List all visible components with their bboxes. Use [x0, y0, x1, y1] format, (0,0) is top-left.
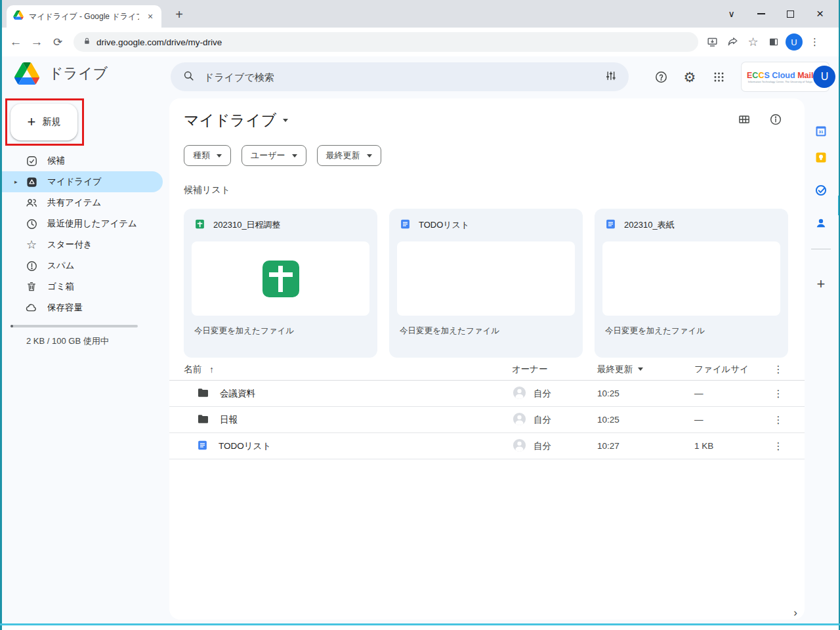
- window-minimize-button[interactable]: [746, 0, 776, 28]
- search-icon: [182, 70, 195, 85]
- add-apps-icon[interactable]: +: [810, 273, 832, 295]
- column-header-owner[interactable]: オーナー: [512, 364, 597, 375]
- screen-edge-left: [0, 0, 2, 630]
- url-text: drive.google.com/drive/my-drive: [96, 37, 222, 47]
- back-icon[interactable]: ←: [5, 32, 26, 52]
- browser-tab[interactable]: マイドライブ - Google ドライブ ×: [7, 5, 161, 28]
- sidebar-item-spam[interactable]: スパム: [0, 255, 163, 276]
- contacts-icon[interactable]: [810, 212, 832, 234]
- filter-chip-people[interactable]: ユーザー: [242, 145, 306, 166]
- clock-icon: [25, 217, 38, 230]
- sidebar-item-shared[interactable]: 共有アイテム: [0, 192, 163, 213]
- forward-icon[interactable]: →: [26, 32, 47, 52]
- sidebar-item-my-drive[interactable]: ▸ マイドライブ: [0, 171, 163, 192]
- new-button[interactable]: + 新規: [10, 104, 77, 140]
- tab-close-icon[interactable]: ×: [144, 10, 156, 22]
- column-header-modified[interactable]: 最終更新: [597, 364, 694, 375]
- plus-icon: +: [28, 115, 36, 129]
- column-header-size[interactable]: ファイルサイ: [694, 364, 764, 375]
- table-row[interactable]: 会議資料 自分 10:25 — ⋮: [169, 381, 805, 407]
- expander-icon[interactable]: ▸: [14, 178, 18, 185]
- row-menu-icon[interactable]: ⋮: [764, 414, 793, 426]
- row-menu-icon[interactable]: ⋮: [764, 440, 793, 452]
- filter-chip-type[interactable]: 種類: [184, 145, 231, 166]
- calendar-icon[interactable]: 31: [810, 120, 832, 142]
- search-options-icon[interactable]: [604, 70, 617, 85]
- reload-icon[interactable]: ⟳: [47, 32, 68, 52]
- share-icon[interactable]: [723, 32, 743, 52]
- tab-title: マイドライブ - Google ドライブ: [29, 11, 139, 22]
- storage-progress-fill: [10, 325, 13, 327]
- keep-icon[interactable]: [810, 146, 832, 169]
- sheets-logo: [262, 261, 299, 297]
- toolbar-actions: ☆ U ⋮: [702, 32, 825, 52]
- new-button-label: 新規: [42, 116, 60, 128]
- filter-chips: 種類 ユーザー 最終更新: [184, 145, 381, 166]
- file-thumbnail: [397, 242, 575, 316]
- table-row[interactable]: TODOリスト 自分 10:27 1 KB ⋮: [169, 433, 805, 459]
- apps-grid-icon[interactable]: [707, 66, 730, 88]
- suggested-card[interactable]: TODOリスト 今日変更を加えたファイル: [389, 209, 583, 358]
- drive-logo[interactable]: ドライブ: [14, 62, 108, 85]
- help-icon[interactable]: [650, 66, 672, 88]
- filter-chip-modified[interactable]: 最終更新: [317, 145, 381, 166]
- eccs-logo: ECCS Cloud Mail Information Technology C…: [747, 71, 813, 83]
- file-table: 名前 ↑ オーナー 最終更新 ファイルサイ ⋮: [169, 358, 805, 459]
- browser-menu-icon[interactable]: ⋮: [805, 32, 825, 52]
- owner-avatar: [512, 385, 527, 402]
- info-icon[interactable]: [769, 113, 782, 129]
- window-maximize-button[interactable]: [776, 0, 805, 28]
- account-avatar[interactable]: U: [813, 66, 835, 88]
- collapse-panel-icon[interactable]: ›: [788, 605, 803, 621]
- window-close-button[interactable]: ×: [805, 0, 835, 28]
- eccs-account-badge[interactable]: ECCS Cloud Mail Information Technology C…: [742, 62, 829, 91]
- sidebar-item-recent[interactable]: 最近使用したアイテム: [0, 213, 163, 234]
- table-header-row: 名前 ↑ オーナー 最終更新 ファイルサイ ⋮: [169, 358, 805, 381]
- column-header-name[interactable]: 名前 ↑: [184, 364, 512, 375]
- settings-gear-icon[interactable]: ⚙: [679, 66, 701, 88]
- owner-avatar: [512, 411, 527, 429]
- sidebar-item-suggested[interactable]: 候補: [0, 150, 163, 171]
- chevron-down-icon: [292, 154, 297, 158]
- install-icon[interactable]: [702, 32, 723, 52]
- sidebar-item-storage[interactable]: 保存容量: [0, 297, 163, 318]
- suggested-card[interactable]: 202310_日程調整 今日変更を加えたファイル: [184, 209, 377, 358]
- address-bar[interactable]: drive.google.com/drive/my-drive: [74, 32, 698, 52]
- people-icon: [25, 196, 38, 209]
- file-thumbnail: [602, 242, 780, 316]
- window-controls: ∨ ×: [717, 0, 835, 28]
- screen-edge-bottom: [0, 623, 840, 625]
- suggested-card[interactable]: 202310_表紙 今日変更を加えたファイル: [595, 209, 788, 358]
- grid-view-icon[interactable]: [738, 113, 751, 129]
- chevron-down-icon: [217, 154, 222, 158]
- main-content-panel: マイドライブ 種類 ユーザー 最終更新 候補リスト: [169, 98, 805, 620]
- browser-toolbar: ← → ⟳ drive.google.com/drive/my-drive ☆ …: [0, 28, 840, 56]
- page-title-row[interactable]: マイドライブ: [184, 110, 288, 131]
- folder-icon: [197, 413, 209, 427]
- tab-search-icon[interactable]: ∨: [717, 0, 746, 28]
- drive-search-bar[interactable]: [171, 62, 629, 91]
- search-input[interactable]: [204, 72, 595, 83]
- row-menu-icon[interactable]: ⋮: [764, 388, 793, 400]
- file-size: 1 KB: [694, 441, 764, 451]
- sidebar-item-trash[interactable]: ゴミ箱: [0, 276, 163, 297]
- new-tab-button[interactable]: +: [171, 6, 188, 23]
- sidebar-item-starred[interactable]: ☆ スター付き: [0, 234, 163, 255]
- bookmark-star-icon[interactable]: ☆: [743, 32, 763, 52]
- table-row[interactable]: 日報 自分 10:25 — ⋮: [169, 407, 805, 433]
- side-panel-icon[interactable]: [763, 32, 784, 52]
- drive-app: ドライブ + 新規 候補 ▸ マイドライブ 共有アイテム: [0, 56, 840, 623]
- lock-icon: [83, 36, 91, 48]
- my-drive-icon: [25, 175, 38, 188]
- modified-time: 10:25: [597, 415, 694, 425]
- header-icons: ⚙: [650, 62, 730, 91]
- page-title: マイドライブ: [184, 110, 276, 131]
- column-settings-icon[interactable]: ⋮: [764, 364, 793, 375]
- tasks-icon[interactable]: [810, 179, 832, 201]
- star-icon: ☆: [25, 238, 38, 251]
- modified-time: 10:27: [597, 441, 694, 451]
- owner-avatar: [512, 438, 527, 455]
- browser-avatar[interactable]: U: [786, 33, 803, 51]
- drive-logo-label: ドライブ: [49, 64, 108, 83]
- drive-favicon: [13, 10, 24, 22]
